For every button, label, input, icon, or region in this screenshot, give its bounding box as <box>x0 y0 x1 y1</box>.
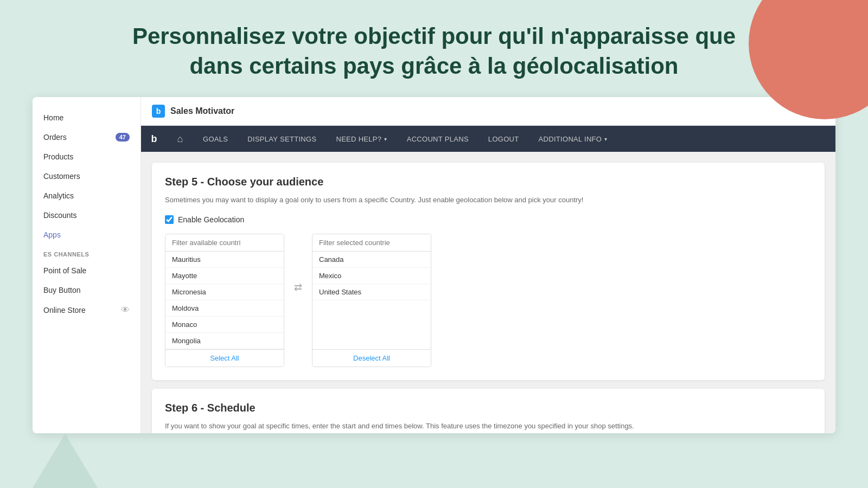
nav-display-settings[interactable]: DISPLAY SETTINGS <box>238 126 326 152</box>
sidebar-item-home[interactable]: Home <box>33 108 141 127</box>
step5-title: Step 5 - Choose your audience <box>165 176 812 188</box>
app-title-text: Sales Motivator <box>170 106 234 116</box>
nav-goals[interactable]: GOALS <box>193 126 238 152</box>
hero-title: Personnalisez votre objectif pour qu'il … <box>0 0 868 97</box>
list-item[interactable]: Micronesia <box>165 284 284 300</box>
app-icon: b <box>152 105 165 118</box>
step5-card: Step 5 - Choose your audience Sometimes … <box>152 163 825 380</box>
eye-icon: 👁 <box>121 305 130 315</box>
sidebar-item-pos[interactable]: Point of Sale <box>33 261 141 280</box>
top-nav: b ⌂ GOALS DISPLAY SETTINGS NEED HELP? ▾ … <box>141 126 835 152</box>
sidebar-item-analytics[interactable]: Analytics <box>33 186 141 206</box>
list-item[interactable]: Mongolia <box>165 333 284 349</box>
step5-description: Sometimes you may want to display a goal… <box>165 195 812 206</box>
step6-title: Step 6 - Schedule <box>165 402 812 414</box>
selected-countries-list: Canada Mexico United States <box>312 252 431 349</box>
list-item[interactable]: Mexico <box>312 268 431 284</box>
list-item[interactable]: Canada <box>312 252 431 268</box>
list-item[interactable]: Mayotte <box>165 268 284 284</box>
list-item[interactable]: Monaco <box>165 317 284 333</box>
sidebar-item-online-store[interactable]: Online Store 👁 <box>33 300 141 320</box>
list-item[interactable]: United States <box>312 284 431 300</box>
sidebar-item-buy-button[interactable]: Buy Button <box>33 280 141 300</box>
sidebar-item-orders[interactable]: Orders 47 <box>33 127 141 147</box>
steps-content: Step 5 - Choose your audience Sometimes … <box>141 152 835 433</box>
sidebar: Home Orders 47 Products Customers Analyt… <box>33 97 141 433</box>
select-all-button[interactable]: Select All <box>165 349 284 367</box>
chevron-down-icon-2: ▾ <box>604 136 607 142</box>
geolocation-row: Enable Geolocation <box>165 215 812 224</box>
sidebar-item-products[interactable]: Products <box>33 147 141 166</box>
nav-account-plans[interactable]: ACCOUNT PLANS <box>397 126 478 152</box>
sidebar-item-customers[interactable]: Customers <box>33 166 141 186</box>
nav-logout[interactable]: LOGOUT <box>478 126 529 152</box>
nav-items: GOALS DISPLAY SETTINGS NEED HELP? ▾ ACCO… <box>193 126 617 152</box>
step6-card: Step 6 - Schedule If you want to show yo… <box>152 389 825 434</box>
sidebar-channels-title: ES CHANNELS <box>33 245 141 261</box>
app-title-bar: b Sales Motivator <box>141 97 835 126</box>
deselect-all-button[interactable]: Deselect All <box>312 349 431 367</box>
list-item[interactable]: Mauritius <box>165 252 284 268</box>
transfer-icon[interactable]: ⇄ <box>290 277 307 298</box>
available-countries-box: Mauritius Mayotte Micronesia Moldova Mon… <box>165 234 284 367</box>
sidebar-item-apps[interactable]: Apps <box>33 225 141 245</box>
nav-additional-info[interactable]: ADDITIONAL INFO ▾ <box>529 126 617 152</box>
filter-selected-input[interactable] <box>312 234 431 252</box>
country-selector: Mauritius Mayotte Micronesia Moldova Mon… <box>165 234 812 367</box>
step6-description: If you want to show your goal at specifi… <box>165 421 812 432</box>
list-item[interactable]: Moldova <box>165 300 284 317</box>
nav-logo: b <box>141 126 167 152</box>
nav-home-button[interactable]: ⌂ <box>167 126 193 152</box>
sidebar-item-discounts[interactable]: Discounts <box>33 206 141 225</box>
content-area: b Sales Motivator b ⌂ GOALS DISPLAY SETT… <box>141 97 835 433</box>
selected-countries-box: Canada Mexico United States Deselect All <box>312 234 431 367</box>
orders-badge: 47 <box>116 133 130 142</box>
available-countries-list: Mauritius Mayotte Micronesia Moldova Mon… <box>165 252 284 349</box>
decorative-triangle <box>33 434 98 488</box>
filter-available-input[interactable] <box>165 234 284 252</box>
geolocation-checkbox[interactable] <box>165 215 174 224</box>
nav-need-help[interactable]: NEED HELP? ▾ <box>326 126 397 152</box>
geolocation-label[interactable]: Enable Geolocation <box>178 215 244 224</box>
main-wrapper: Home Orders 47 Products Customers Analyt… <box>33 97 835 433</box>
chevron-down-icon: ▾ <box>384 136 387 142</box>
